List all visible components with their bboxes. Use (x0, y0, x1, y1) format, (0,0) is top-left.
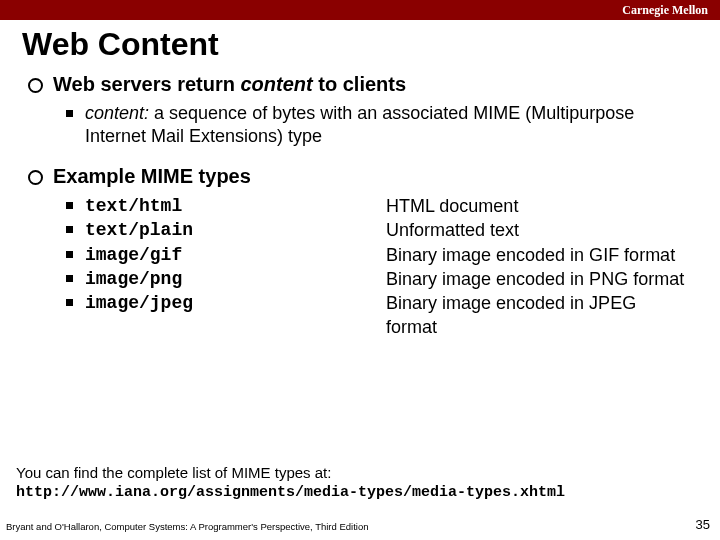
square-bullet-icon (66, 110, 73, 117)
mime-row: image/jpeg Binary image encoded in JPEG … (66, 291, 692, 340)
text-emph: content: (85, 103, 149, 123)
bullet-text: Example MIME types (53, 165, 251, 188)
mime-desc: Binary image encoded in GIF format (386, 243, 675, 267)
institution-name: Carnegie Mellon (622, 3, 708, 17)
sub-item-text: content: a sequence of bytes with an ass… (85, 102, 692, 147)
footnote-text: You can find the complete list of MIME t… (16, 463, 565, 483)
ring-bullet-icon (28, 78, 43, 93)
square-bullet-icon (66, 226, 73, 233)
mime-row: text/html HTML document (66, 194, 692, 218)
mime-type: image/jpeg (85, 291, 193, 315)
bullet-text: Web servers return content to clients (53, 73, 406, 96)
text-emph: content (241, 73, 313, 95)
text-pre: Web servers return (53, 73, 241, 95)
mime-row: image/png Binary image encoded in PNG fo… (66, 267, 692, 291)
square-bullet-icon (66, 275, 73, 282)
bullet-web-servers: Web servers return content to clients (28, 73, 692, 96)
bullet-example-mime: Example MIME types (28, 165, 692, 188)
text-rest: a sequence of bytes with an associated M… (85, 103, 634, 146)
mime-row: image/gif Binary image encoded in GIF fo… (66, 243, 692, 267)
square-bullet-icon (66, 202, 73, 209)
ring-bullet-icon (28, 170, 43, 185)
mime-desc: Binary image encoded in PNG format (386, 267, 684, 291)
mime-desc: Binary image encoded in JPEG format (386, 291, 692, 340)
mime-desc: Unformatted text (386, 218, 519, 242)
mime-list-footnote: You can find the complete list of MIME t… (16, 463, 565, 502)
mime-desc: HTML document (386, 194, 518, 218)
mime-type: text/html (85, 194, 182, 218)
page-number: 35 (696, 517, 710, 532)
footnote-url: http://www.iana.org/assignments/media-ty… (16, 483, 565, 503)
sub-item-content: content: a sequence of bytes with an ass… (66, 102, 692, 147)
square-bullet-icon (66, 299, 73, 306)
footer-credit: Bryant and O'Hallaron, Computer Systems:… (6, 521, 369, 532)
mime-type: text/plain (85, 218, 193, 242)
sub-list-content-def: content: a sequence of bytes with an ass… (66, 102, 692, 147)
mime-row: text/plain Unformatted text (66, 218, 692, 242)
square-bullet-icon (66, 251, 73, 258)
slide-footer: Bryant and O'Hallaron, Computer Systems:… (6, 517, 710, 532)
slide-body: Web servers return content to clients co… (28, 73, 692, 340)
mime-type-list: text/html HTML document text/plain Unfor… (66, 194, 692, 340)
mime-type: image/gif (85, 243, 182, 267)
text-post: to clients (313, 73, 406, 95)
mime-type: image/png (85, 267, 182, 291)
slide-title: Web Content (22, 26, 720, 63)
institution-bar: Carnegie Mellon (0, 0, 720, 20)
